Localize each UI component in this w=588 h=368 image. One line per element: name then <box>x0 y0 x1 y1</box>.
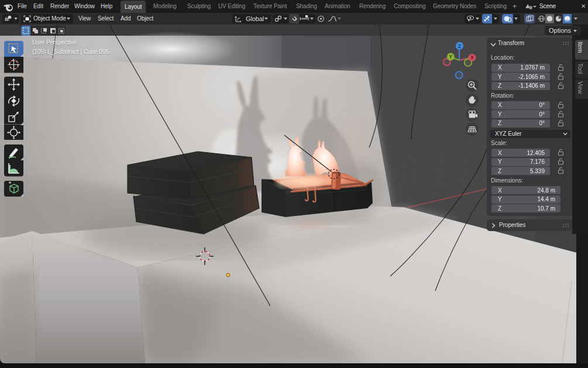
svg-text:Z: Z <box>458 43 461 49</box>
svg-text:X: X <box>470 54 474 60</box>
svg-text:Y: Y <box>449 54 452 60</box>
